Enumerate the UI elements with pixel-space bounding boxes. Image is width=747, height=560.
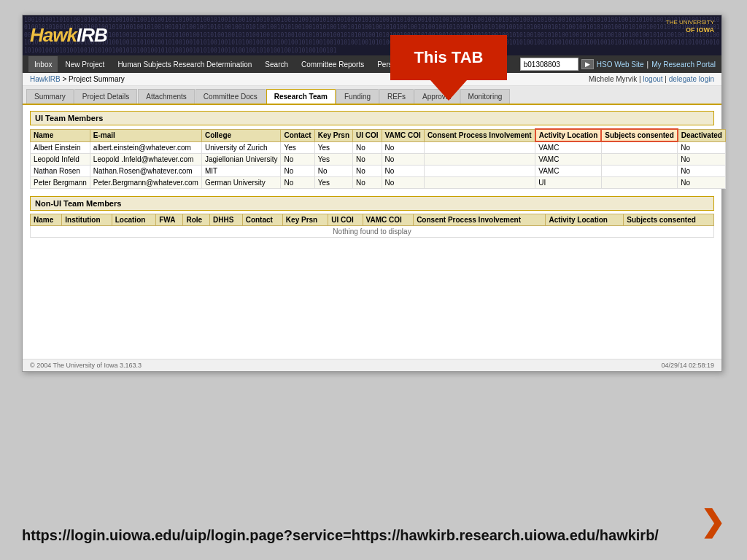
footer-bar: © 2004 The University of Iowa 3.163.3 04… (23, 359, 721, 371)
logo-irb: IRB (77, 24, 107, 46)
copyright: © 2004 The University of Iowa (30, 362, 118, 369)
univ-the: THE UNIVERSITY (666, 19, 714, 26)
breadcrumb-separator: > (62, 75, 69, 83)
tab-attachments[interactable]: Attachments (138, 89, 195, 104)
table-cell (601, 166, 677, 177)
nav-new-project[interactable]: New Project (59, 56, 110, 72)
table-row: Albert Einsteinalbert.einstein@whatever.… (31, 141, 726, 154)
nav-go-button[interactable]: ▶ (581, 59, 594, 69)
tab-summary[interactable]: Summary (26, 89, 74, 104)
col-email: E-mail (90, 129, 201, 141)
col-subjects-consented: Subjects consented (601, 129, 677, 141)
table-row: Leopold InfeldLeopold .Infeld@whatever.c… (31, 154, 726, 166)
table-cell: No (678, 141, 726, 154)
nav-search-area: ▶ HSO Web Site | My Research Portal (520, 58, 716, 71)
table-cell: Yes (314, 154, 352, 166)
table-cell: No (382, 166, 424, 177)
this-tab-callout: This TAB (390, 35, 507, 101)
table-cell: No (678, 154, 726, 166)
table-cell: No (382, 141, 424, 154)
table-cell: Leopold .Infeld@whatever.com (90, 154, 201, 166)
tab-research-team[interactable]: Research Team (266, 89, 336, 104)
breadcrumb-current: Project Summary (69, 75, 125, 83)
logo-hawk: Hawk (30, 24, 77, 46)
table-cell: Yes (281, 141, 314, 154)
non-ui-col-location: Location (112, 214, 156, 226)
col-key-prsn: Key Prsn (314, 129, 352, 141)
table-cell: Nathan Rosen (31, 166, 90, 177)
callout-box: This TAB (390, 35, 507, 80)
university-logo: THE UNIVERSITY OF IOWA (666, 19, 714, 35)
table-cell: No (353, 166, 382, 177)
non-ui-col-name: Name (31, 214, 62, 226)
table-cell (601, 141, 677, 154)
table-cell: No (314, 166, 352, 177)
table-cell (601, 177, 677, 189)
table-cell (424, 141, 535, 154)
table-cell: UI (535, 177, 602, 189)
non-ui-col-contact: Contact (242, 214, 282, 226)
table-cell (424, 154, 535, 166)
table-cell: No (353, 141, 382, 154)
nav-inbox[interactable]: Inbox (28, 56, 58, 72)
table-cell: albert.einstein@whatever.com (90, 141, 201, 154)
non-ui-table-header-row: Name Institution Location FWA Role DHHS … (31, 214, 714, 226)
table-cell: VAMC (535, 141, 602, 154)
table-cell: German University (201, 177, 281, 189)
delegate-link[interactable]: delegate login (669, 75, 714, 83)
binary-background: 1001010011010100101001110100100110010100… (23, 15, 721, 55)
col-deactivated: Deactivated (678, 129, 726, 141)
non-ui-col-role: Role (183, 214, 210, 226)
screenshot-container: 1001010011010100101001110100100110010100… (22, 15, 722, 372)
hso-link[interactable]: HSO Web Site (597, 61, 644, 69)
version: 3.163.3 (120, 362, 142, 369)
non-ui-col-fwa: FWA (156, 214, 183, 226)
tab-funding[interactable]: Funding (336, 89, 379, 104)
table-cell: No (281, 154, 314, 166)
nav-human-subjects[interactable]: Human Subjects Research Determination (112, 56, 258, 72)
username: Michele Myrvik (589, 75, 637, 83)
col-consent-involvement: Consent Process Involvement (424, 129, 535, 141)
footer-left: © 2004 The University of Iowa 3.163.3 (30, 362, 142, 369)
table-cell: Yes (314, 141, 352, 154)
tab-committee-docs[interactable]: Committee Docs (196, 89, 266, 104)
table-cell: No (281, 177, 314, 189)
table-cell (424, 166, 535, 177)
table-cell: No (353, 177, 382, 189)
nav-links: HSO Web Site | My Research Portal (597, 61, 716, 69)
table-cell: Albert Einstein (31, 141, 90, 154)
col-college: College (201, 129, 281, 141)
ui-team-table: Name E-mail College Contact Key Prsn UI … (30, 128, 726, 189)
non-ui-col-ui-coi: UI COI (328, 214, 363, 226)
ui-team-section-header: UI Team Members (30, 111, 714, 125)
breadcrumb-link[interactable]: HawkIRB (30, 75, 61, 83)
breadcrumb: HawkIRB > Project Summary (30, 75, 125, 83)
tab-project-details[interactable]: Project Details (74, 89, 137, 104)
table-cell: Peter Bergmann (31, 177, 90, 189)
table-cell: Peter.Bergmann@whatever.com (90, 177, 201, 189)
table-cell: MIT (201, 166, 281, 177)
table-cell: No (382, 154, 424, 166)
nav-search[interactable]: Search (259, 56, 294, 72)
tabs-row: Summary Project Details Attachments Comm… (23, 86, 721, 105)
nav-committee-reports[interactable]: Committee Reports (295, 56, 370, 72)
logout-link[interactable]: logout (643, 75, 662, 83)
table-header-row: Name E-mail College Contact Key Prsn UI … (31, 129, 726, 141)
nav-search-input[interactable] (520, 58, 578, 71)
col-vamc-coi: VAMC COI (382, 129, 424, 141)
table-cell: No (678, 166, 726, 177)
user-info: Michele Myrvik | logout | delegate login (589, 75, 714, 83)
univ-name: OF IOWA (666, 26, 714, 35)
table-cell: VAMC (535, 166, 602, 177)
table-cell: Jagiellonian University (201, 154, 281, 166)
table-cell: VAMC (535, 154, 602, 166)
col-contact: Contact (281, 129, 314, 141)
url-text: https://login.uiowa.edu/uip/login.page?s… (22, 527, 659, 543)
portal-link[interactable]: My Research Portal (651, 61, 716, 69)
non-ui-team-table: Name Institution Location FWA Role DHHS … (30, 214, 714, 238)
header-bar: 1001010011010100101001110100100110010100… (23, 15, 721, 55)
table-cell: Nathan.Rosen@whatever.com (90, 166, 201, 177)
table-cell: No (281, 166, 314, 177)
bottom-url: https://login.uiowa.edu/uip/login.page?s… (22, 525, 725, 545)
breadcrumb-bar: HawkIRB > Project Summary Michele Myrvik… (23, 73, 721, 86)
